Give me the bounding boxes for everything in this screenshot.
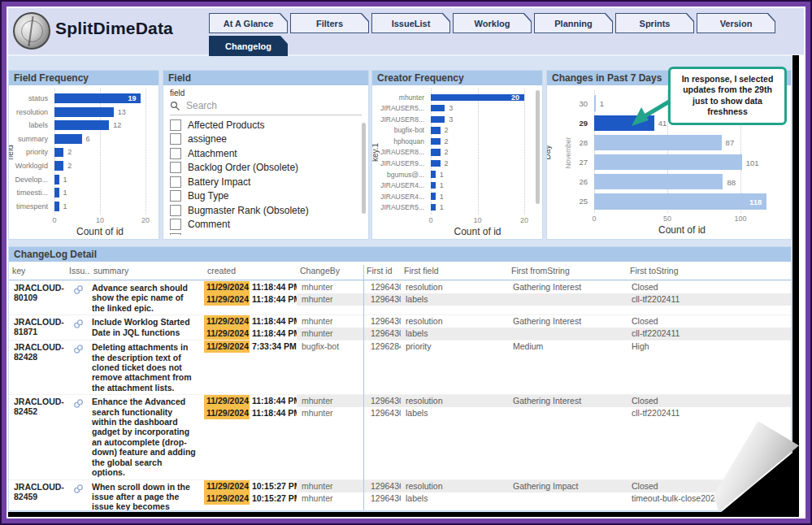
slicer-item[interactable]: Backlog Order (Obsolete) xyxy=(170,161,362,176)
issue-link-cell[interactable] xyxy=(66,480,90,511)
bar[interactable] xyxy=(54,175,59,184)
bar[interactable] xyxy=(431,204,436,210)
bar-row[interactable]: Develop...1 xyxy=(9,172,145,186)
bar[interactable] xyxy=(594,174,723,189)
column-header-summary[interactable]: summary xyxy=(90,266,204,276)
bar-row[interactable]: hphoquan2 xyxy=(372,136,524,147)
bar[interactable] xyxy=(594,95,596,111)
checkbox[interactable] xyxy=(170,219,181,230)
checkbox[interactable] xyxy=(170,133,181,145)
bar-row[interactable]: priority2 xyxy=(9,145,145,159)
checkbox[interactable] xyxy=(170,205,181,216)
bar[interactable] xyxy=(431,94,524,101)
panel-title-changelog-detail: ChangeLog Detail xyxy=(9,247,791,262)
checkbox[interactable] xyxy=(170,148,181,159)
bar[interactable] xyxy=(431,105,445,111)
slicer-item[interactable]: Battery Impact xyxy=(170,175,362,189)
slicer-item[interactable]: Attachment xyxy=(170,146,362,161)
bar[interactable] xyxy=(431,160,441,167)
bar[interactable] xyxy=(431,182,436,189)
bar[interactable] xyxy=(54,148,63,158)
creator-chart-scrollbar[interactable] xyxy=(536,90,540,204)
slicer-item[interactable]: Bug Type xyxy=(170,189,362,204)
column-header-first-field[interactable]: First field xyxy=(401,266,508,276)
bar-row[interactable]: bugfix-bot2 xyxy=(372,125,524,137)
bar[interactable] xyxy=(431,116,445,123)
bar[interactable] xyxy=(594,135,722,150)
bar-row[interactable]: status19 xyxy=(9,92,145,106)
bar[interactable] xyxy=(431,149,441,155)
bar-row[interactable]: mhunter20 xyxy=(372,92,524,103)
tab-issuelist[interactable]: IssueList xyxy=(371,13,450,33)
bar[interactable] xyxy=(54,134,82,144)
bar-value-label: 3 xyxy=(449,104,453,112)
bar[interactable] xyxy=(54,120,109,130)
checkbox[interactable] xyxy=(170,190,181,202)
slicer-item[interactable]: Bugmaster Rank (Obsolete) xyxy=(170,203,362,218)
column-header-key[interactable]: key xyxy=(9,266,66,276)
table-row[interactable]: JRACLOUD-82459When scroll down in the is… xyxy=(9,479,791,511)
issue-link-cell[interactable] xyxy=(66,281,90,315)
bar-row[interactable]: resolution13 xyxy=(9,106,145,119)
bar-row[interactable]: 2688 xyxy=(547,172,770,192)
column-header-first-tostring[interactable]: First toString xyxy=(627,266,791,276)
bar-row[interactable]: summary6 xyxy=(9,132,145,146)
bar[interactable] xyxy=(54,107,114,117)
bar-row[interactable]: JIRAUSER5...1 xyxy=(372,202,524,213)
tab-changelog[interactable]: Changelog xyxy=(209,36,288,56)
search-input[interactable] xyxy=(185,99,326,112)
slicer-item[interactable]: Component xyxy=(170,232,362,235)
bar[interactable] xyxy=(431,171,436,177)
first-field-value: priority xyxy=(401,341,508,353)
bar-row[interactable]: timespent1 xyxy=(9,199,145,213)
bar-row[interactable]: timeesti...1 xyxy=(9,186,145,200)
table-row[interactable]: JRACLOUD-82428Deleting attachments in th… xyxy=(9,340,791,394)
bar[interactable] xyxy=(431,138,441,145)
column-header-created[interactable]: created▼ xyxy=(204,266,297,276)
slicer-scrollbar[interactable] xyxy=(362,123,366,214)
checkbox[interactable] xyxy=(170,176,181,188)
bar-row[interactable]: JIRAUSER8...3 xyxy=(372,114,524,125)
slicer-item[interactable]: assignee xyxy=(170,132,362,147)
tab-planning[interactable]: Planning xyxy=(534,13,613,33)
column-header-first-fromstring[interactable]: First fromString xyxy=(508,266,627,276)
tab-version[interactable]: Version xyxy=(697,13,775,33)
table-row[interactable]: JRACLOUD-81871Include Worklog Started Da… xyxy=(9,315,791,340)
bar-row[interactable]: 27101 xyxy=(547,153,770,172)
bar-row[interactable]: JIRAUSER4...1 xyxy=(372,180,524,191)
column-header-first-id[interactable]: First id xyxy=(363,266,401,276)
tab-filters[interactable]: Filters xyxy=(290,13,369,33)
bar-row[interactable]: JIRAUSER4...1 xyxy=(372,191,524,202)
bar-row[interactable]: labels12 xyxy=(9,119,145,132)
bar-row[interactable]: bgumus@...1 xyxy=(372,169,524,180)
issue-link-cell[interactable] xyxy=(66,395,90,479)
column-header-changeby[interactable]: ChangeBy xyxy=(297,266,363,276)
bar[interactable] xyxy=(431,127,441,133)
bar[interactable] xyxy=(594,154,742,170)
bar[interactable] xyxy=(54,188,59,197)
bar[interactable] xyxy=(54,202,59,211)
bar-row[interactable]: JIRAUSER8...2 xyxy=(372,147,524,158)
slicer-item[interactable]: Affected Products xyxy=(170,118,362,132)
table-row[interactable]: JRACLOUD-80109Advance search should show… xyxy=(9,280,791,315)
bar[interactable] xyxy=(594,193,766,209)
bar-row[interactable]: 25118 xyxy=(547,192,770,211)
bar[interactable] xyxy=(54,161,63,171)
tab-sprints[interactable]: Sprints xyxy=(615,13,694,33)
bar-row[interactable]: JIRAUSER9...2 xyxy=(372,158,524,169)
bar[interactable] xyxy=(431,193,436,199)
slicer-item[interactable]: Comment xyxy=(170,218,362,232)
created-cell: 11/29/2024 11:18:44 PM11/29/2024 11:18:4… xyxy=(204,281,297,315)
bar-row[interactable]: JIRAUSER5...3 xyxy=(372,103,524,115)
checkbox[interactable] xyxy=(170,233,181,235)
tab-worklog[interactable]: Worklog xyxy=(453,13,532,33)
issue-link-cell[interactable] xyxy=(66,341,90,394)
checkbox[interactable] xyxy=(170,162,181,173)
issue-link-cell[interactable] xyxy=(66,315,90,340)
bar-value-label: 1 xyxy=(440,193,444,201)
bar-row[interactable]: WorklogId2 xyxy=(9,159,145,173)
table-row[interactable]: JRACLOUD-82452Enhance the Advanced searc… xyxy=(9,394,791,479)
column-header-issu-[interactable]: Issu... xyxy=(66,266,90,276)
checkbox[interactable] xyxy=(170,119,181,131)
tab-at-a-glance[interactable]: At A Glance xyxy=(209,13,288,33)
